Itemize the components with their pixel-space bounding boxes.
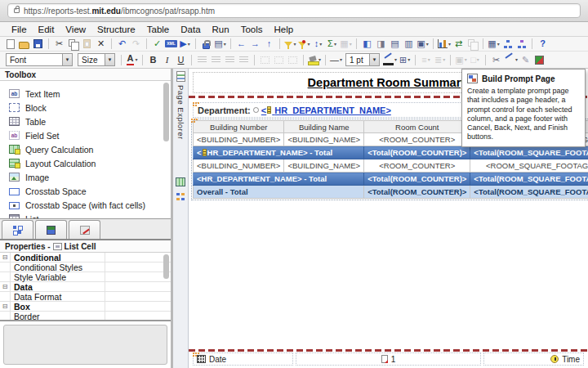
toolbox-item-table[interactable]: Table [0,114,171,128]
data-items-tab[interactable] [35,220,67,239]
font-family-select-arrow[interactable]: ▼ [62,54,72,65]
borders-icon[interactable]: ⊞ [398,53,412,66]
menu-tools[interactable]: Tools [235,25,269,34]
toolbox-item-image[interactable]: Image [0,170,171,184]
sort-icon[interactable]: ↕ [311,38,325,51]
list-style-icon[interactable]: ≡ [419,53,433,66]
line-color-icon[interactable] [382,53,398,66]
report-title[interactable]: Department Room Summary [308,76,468,89]
ungroup-objects-icon[interactable]: □ [468,53,482,66]
table-cell[interactable]: <BUILDING_NAME> [284,133,364,146]
url-bar[interactable]: https://reports-test.mit.edu/ibmcognos/p… [7,3,581,18]
property-row-border[interactable]: Border [0,312,171,321]
collapse-icon[interactable]: ⊟ [0,302,11,311]
table-menu-icon[interactable]: ▦ [487,38,501,51]
table-cell[interactable]: <Total(ROOM_COUNTER)> [364,173,470,186]
italic-icon[interactable]: I [160,53,174,66]
page-header-footer-icon[interactable]: ▤ [388,38,402,51]
page-setup-icon[interactable]: ▥ [402,38,416,51]
delete-filter-icon[interactable] [297,38,311,51]
table-cell[interactable]: <Total(ROOM_SQUARE_FOOTAGE)> [470,186,588,199]
toolbox-item-text-item[interactable]: Text Item [0,87,171,101]
underline-icon[interactable]: U [174,53,188,66]
font-color-icon[interactable]: A [125,53,139,66]
insertable-objects-tab[interactable] [2,220,33,239]
table-cell[interactable]: Overall - Total [194,186,364,199]
master-detail-icon[interactable]: ▦ [339,38,353,51]
table-cell[interactable]: <Total(ROOM_SQUARE_FOOTAGE)> [470,173,588,186]
table-cell[interactable]: <ROOM_COUNTER> [364,133,470,146]
toolbox-item-crosstab-space-with-fact-cells[interactable]: Crosstab Space (with fact cells) [0,198,171,212]
column-header-building-name[interactable]: Building Name [284,121,364,133]
validate-report-icon[interactable]: ✓ [150,38,164,51]
property-row-box[interactable]: ⊟Box [0,302,171,312]
table-cell[interactable]: <Total(ROOM_COUNTER)> [364,146,470,159]
footer-date-cell[interactable]: Date [193,352,293,366]
condition-explorer-icon[interactable] [176,192,185,201]
menu-structure[interactable]: Structure [91,25,141,34]
menu-view[interactable]: View [60,25,91,34]
copy-format-icon[interactable] [466,38,479,51]
table-cell[interactable]: <ROOM_COUNTER> [364,159,470,173]
table-cell[interactable]: <HR_DEPARTMENT_NAME> - Total [194,173,364,186]
line-style-icon[interactable]: — [329,53,343,66]
menu-edit[interactable]: Edit [33,25,60,34]
forward-icon[interactable]: → [248,38,262,51]
menu-table[interactable]: Table [141,25,176,34]
bottom-align-icon[interactable] [286,53,300,66]
align-left-icon[interactable] [195,53,209,66]
new-report-icon[interactable] [3,38,17,51]
property-row-style-variable[interactable]: Style Variable [0,272,171,282]
property-value[interactable] [105,272,171,281]
properties-scrollbar[interactable] [163,254,169,318]
menu-run[interactable]: Run [207,25,235,34]
property-row-conditional-styles[interactable]: Conditional Styles [0,263,171,272]
copy-icon[interactable] [66,38,80,51]
footer-time-cell[interactable]: Time [483,352,584,366]
collapse-icon[interactable]: ⊟ [0,253,11,262]
department-name-link[interactable]: < HR_DEPARTMENT_NAME> [261,105,391,115]
property-value[interactable] [105,253,171,262]
table-cell[interactable]: <BUILDING_NUMBER> [194,159,284,173]
property-value[interactable] [105,282,171,291]
table-cell[interactable]: <BUILDING_NAME> [284,159,364,173]
align-right-icon[interactable] [223,53,237,66]
save-report-icon[interactable] [31,38,45,51]
column-header-building-number[interactable]: Building Number [194,121,284,133]
toolbox-item-query-calculation[interactable]: Query Calculation [0,142,171,156]
middle-align-icon[interactable] [272,53,286,66]
property-row-conditional[interactable]: ⊟Conditional [0,253,171,263]
headers-icon[interactable]: ◧ [360,38,374,51]
insert-chart-icon[interactable] [437,38,452,51]
summarize-icon[interactable]: Σ [325,38,339,51]
toolbox-item-list[interactable]: List [0,212,171,218]
delete-icon[interactable]: ✕ [94,38,108,51]
back-icon[interactable]: ← [234,38,248,51]
bold-icon[interactable]: B [146,53,160,66]
page-explorer-tab[interactable]: Page Explorer [176,85,185,140]
property-value[interactable] [105,312,171,321]
property-row-data-format[interactable]: Data Format [0,292,171,302]
line-weight-select[interactable]: 1 pt▼ [345,53,380,66]
filters-icon[interactable] [283,38,297,51]
toolbox-tab[interactable] [69,220,100,239]
help-icon[interactable]: ? [536,38,550,51]
table-cell[interactable]: <Total(ROOM_COUNTER)> [364,186,470,199]
property-value[interactable] [105,292,171,301]
apply-style-icon[interactable]: ✎ [519,53,532,66]
line-weight-select-arrow[interactable]: ▼ [369,54,379,65]
toolbox-item-crosstab-space[interactable]: Crosstab Space [0,184,171,198]
property-row-data[interactable]: ⊟Data [0,282,171,292]
menu-file[interactable]: File [6,25,33,34]
column-header-room-count[interactable]: Room Count [364,121,470,133]
page-layers-icon[interactable]: ▤ [213,38,227,51]
menu-data[interactable]: Data [175,25,206,34]
ungroup-span-icon[interactable] [514,38,528,51]
footer-page-number-cell[interactable]: 1 [296,352,481,366]
menu-help[interactable]: Help [269,25,300,34]
table-cell[interactable]: <ROOM_SQUARE_FOOTAGE> [470,159,588,173]
group-span-icon[interactable] [501,38,514,51]
top-align-icon[interactable] [258,53,272,66]
cut-icon[interactable]: ✂ [52,38,66,51]
font-size-select[interactable]: Size▼ [78,53,115,66]
